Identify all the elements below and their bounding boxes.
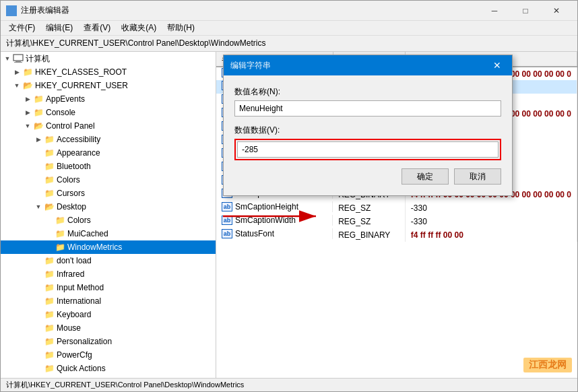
svg-rect-1	[12, 7, 15, 10]
tree-label-accessibility: Accessibility	[57, 135, 100, 144]
cell-type: REG_SZ	[333, 201, 405, 215]
window-title: 注册表编辑器	[21, 5, 479, 16]
reg-value-name: SmCaptionHeight	[235, 202, 298, 211]
tree-label-dontload: don't load	[57, 256, 92, 265]
address-bar: 计算机\HKEY_CURRENT_USER\Control Panel\Desk…	[1, 36, 577, 52]
tree-item-mouse[interactable]: 📁 Mouse	[1, 321, 216, 335]
dialog-name-label: 数值名称(N):	[234, 86, 501, 98]
tree-item-windowmetrics[interactable]: 📁 WindowMetrics	[1, 240, 216, 254]
window-controls: ─ □ ✕	[479, 1, 572, 21]
tree-label-keyboard: Keyboard	[57, 310, 91, 319]
svg-rect-4	[13, 55, 23, 61]
toggle-icon	[33, 269, 44, 280]
close-button[interactable]: ✕	[541, 1, 572, 21]
folder-icon: 📁	[44, 377, 55, 378]
tree-item-console[interactable]: ▶ 📁 Console	[1, 106, 216, 119]
dialog-ok-button[interactable]: 确定	[402, 168, 449, 185]
table-row[interactable]: abSmCaptionHeightREG_SZ-330	[216, 201, 577, 215]
table-row[interactable]: abSmCaptionWidthREG_SZ-330	[216, 215, 577, 228]
tree-label-desktop: Desktop	[57, 202, 86, 211]
toggle-icon	[33, 148, 44, 158]
toggle-icon: ▼	[22, 121, 33, 131]
tree-item-appearance[interactable]: 📁 Appearance	[1, 146, 216, 160]
tree-item-bluetooth[interactable]: 📁 Bluetooth	[1, 160, 216, 173]
menu-edit[interactable]: 编辑(E)	[40, 21, 78, 35]
dialog-cancel-button[interactable]: 取消	[454, 168, 501, 185]
tree-label-cursors: Cursors	[57, 189, 85, 198]
toggle-icon: ▼	[33, 201, 44, 212]
toggle-icon	[33, 363, 44, 374]
cell-data: f4 ff ff ff 00 00	[405, 228, 577, 242]
tree-label-mouse: Mouse	[57, 323, 81, 333]
menu-help[interactable]: 帮助(H)	[162, 21, 200, 35]
folder-open-icon: 📂	[33, 121, 44, 131]
tree-item-quickactions[interactable]: 📁 Quick Actions	[1, 362, 216, 375]
tree-item-appevents[interactable]: ▶ 📁 AppEvents	[1, 92, 216, 106]
tree-item-sound[interactable]: 📁 Sound	[1, 375, 216, 378]
cell-type: REG_SZ	[333, 215, 405, 228]
svg-rect-6	[14, 62, 22, 63]
tree-label-muicached: MuiCached	[67, 229, 108, 238]
tree-item-controlpanel[interactable]: ▼ 📂 Control Panel	[1, 119, 216, 133]
tree-label-bluetooth: Bluetooth	[57, 162, 91, 171]
tree-item-hkcu[interactable]: ▼ 📂 HKEY_CURRENT_USER	[1, 79, 216, 92]
folder-icon: 📁	[55, 229, 65, 238]
menu-favorites[interactable]: 收藏夹(A)	[116, 21, 162, 35]
tree-item-inputmethod[interactable]: 📁 Input Method	[1, 281, 216, 294]
dialog-title-bar: 编辑字符串 ✕	[224, 55, 512, 75]
tree-item-international[interactable]: 📁 International	[1, 294, 216, 308]
toggle-icon	[33, 323, 44, 333]
tree-panel[interactable]: ▼ 计算机 ▶ 📁 HKEY_CLASSES_ROOT ▼	[1, 52, 216, 378]
dialog-data-input[interactable]	[237, 141, 499, 158]
folder-icon: 📁	[44, 135, 55, 144]
tree-item-personalization[interactable]: 📁 Personalization	[1, 335, 216, 348]
folder-icon: 📁	[44, 296, 55, 306]
tree-item-colors2[interactable]: 📁 Colors	[1, 214, 216, 227]
tree-label-hkcr: HKEY_CLASSES_ROOT	[35, 67, 127, 77]
tree-item-powercfg[interactable]: 📁 PowerCfg	[1, 348, 216, 362]
table-row[interactable]: abStatusFontREG_BINARYf4 ff ff ff 00 00	[216, 228, 577, 242]
toggle-icon: ▼	[2, 53, 13, 64]
dialog-close-button[interactable]: ✕	[489, 57, 505, 73]
maximize-button[interactable]: □	[510, 1, 541, 21]
tree-item-desktop[interactable]: ▼ 📂 Desktop	[1, 200, 216, 214]
folder-icon: 📁	[44, 162, 55, 171]
tree-item-colors[interactable]: 📁 Colors	[1, 173, 216, 187]
folder-icon: 📁	[33, 108, 44, 117]
tree-item-keyboard[interactable]: 📁 Keyboard	[1, 308, 216, 321]
toggle-icon: ▶	[22, 94, 33, 104]
toggle-icon	[33, 255, 44, 266]
tree-label-colors: Colors	[57, 175, 80, 185]
tree-item-infrared[interactable]: 📁 Infrared	[1, 267, 216, 281]
folder-icon: 📁	[44, 323, 55, 333]
toggle-icon	[44, 242, 55, 253]
cell-data: -330	[405, 215, 577, 228]
tree-label-console: Console	[46, 108, 75, 117]
dialog-name-input[interactable]	[234, 100, 501, 117]
cell-name: abSmCaptionHeight	[216, 201, 333, 212]
tree-label-infrared: Infrared	[57, 269, 84, 279]
tree-item-hkcr[interactable]: ▶ 📁 HKEY_CLASSES_ROOT	[1, 65, 216, 79]
folder-icon: 📁	[33, 94, 44, 104]
menu-view[interactable]: 查看(V)	[78, 21, 116, 35]
tree-item-muicached[interactable]: 📁 MuiCached	[1, 227, 216, 240]
tree-label-computer: 计算机	[26, 53, 50, 65]
tree-item-computer[interactable]: ▼ 计算机	[1, 52, 216, 65]
folder-icon: 📁	[44, 350, 55, 360]
toggle-icon	[33, 309, 44, 320]
svg-rect-3	[12, 11, 15, 15]
dialog-buttons: 确定 取消	[234, 168, 501, 185]
app-icon	[6, 5, 17, 16]
tree-item-cursors[interactable]: 📁 Cursors	[1, 187, 216, 200]
edit-string-dialog[interactable]: 编辑字符串 ✕ 数值名称(N): 数值数据(V): 确定 取消	[223, 55, 513, 196]
minimize-button[interactable]: ─	[479, 1, 510, 21]
tree-item-dontload[interactable]: 📁 don't load	[1, 254, 216, 267]
reg-value-icon: ab	[222, 202, 232, 211]
menu-file[interactable]: 文件(F)	[3, 21, 40, 35]
status-text: 计算机\HKEY_CURRENT_USER\Control Panel\Desk…	[6, 380, 244, 390]
reg-value-name: SmCaptionWidth	[235, 216, 296, 225]
tree-label-controlpanel: Control Panel	[46, 121, 95, 131]
tree-item-accessibility[interactable]: ▶ 📁 Accessibility	[1, 133, 216, 146]
main-window: 注册表编辑器 ─ □ ✕ 文件(F) 编辑(E) 查看(V) 收藏夹(A) 帮助…	[0, 0, 578, 392]
folder-icon: 📁	[44, 148, 55, 158]
